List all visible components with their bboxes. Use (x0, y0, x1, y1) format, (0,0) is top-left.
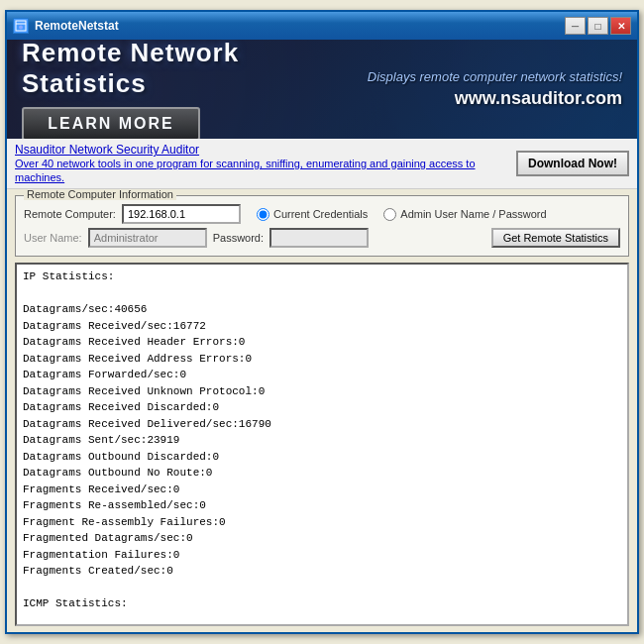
app-icon (13, 18, 29, 34)
minimize-button[interactable]: ─ (565, 17, 586, 35)
password-label: Password: (213, 232, 264, 244)
password-input[interactable] (269, 228, 369, 248)
main-content: Remote Computer Information Remote Compu… (7, 189, 637, 632)
group-label: Remote Computer Information (24, 189, 176, 200)
user-pass-row: User Name: Password: Get Remote Statisti… (24, 228, 620, 248)
admin-radio-group: Admin User Name / Password (383, 208, 546, 221)
remote-computer-label: Remote Computer: (24, 208, 116, 220)
admin-credentials-radio[interactable] (383, 208, 396, 221)
banner-bg-decoration (7, 40, 637, 139)
promo-desc[interactable]: Over 40 network tools in one program for… (15, 158, 476, 183)
title-bar: RemoteNetstat ─ □ ✕ (7, 12, 637, 40)
current-credentials-label: Current Credentials (273, 208, 368, 220)
promo-bar: Nsauditor Network Security Auditor Over … (7, 139, 637, 189)
current-credentials-radio[interactable] (257, 208, 269, 221)
svg-point-2 (19, 26, 23, 30)
user-name-label: User Name: (24, 232, 82, 244)
restore-button[interactable]: □ (588, 17, 608, 35)
promo-link[interactable]: Nsauditor Network Security Auditor (15, 143, 506, 157)
close-button[interactable]: ✕ (610, 17, 631, 35)
admin-credentials-label: Admin User Name / Password (400, 208, 546, 220)
remote-computer-row: Remote Computer: Current Credentials Adm… (24, 204, 620, 224)
main-window: RemoteNetstat ─ □ ✕ Remote Network Stati… (5, 10, 639, 634)
banner: Remote Network Statistics LEARN MORE Dis… (7, 40, 637, 139)
promo-text-area: Nsauditor Network Security Auditor Over … (15, 143, 506, 184)
remote-computer-input[interactable] (122, 204, 241, 224)
current-credentials-radio-group: Current Credentials (257, 208, 368, 221)
window-controls: ─ □ ✕ (565, 17, 631, 35)
stats-text: IP Statistics: Datagrams/sec:40656 Datag… (23, 268, 621, 624)
download-button[interactable]: Download Now! (516, 151, 629, 176)
user-name-input[interactable] (88, 228, 207, 248)
window-title: RemoteNetstat (35, 19, 565, 33)
stats-scroll-area[interactable]: IP Statistics: Datagrams/sec:40656 Datag… (17, 265, 627, 624)
remote-computer-group: Remote Computer Information Remote Compu… (15, 195, 629, 257)
stats-box: IP Statistics: Datagrams/sec:40656 Datag… (15, 263, 629, 626)
get-stats-button[interactable]: Get Remote Statistics (491, 228, 620, 248)
